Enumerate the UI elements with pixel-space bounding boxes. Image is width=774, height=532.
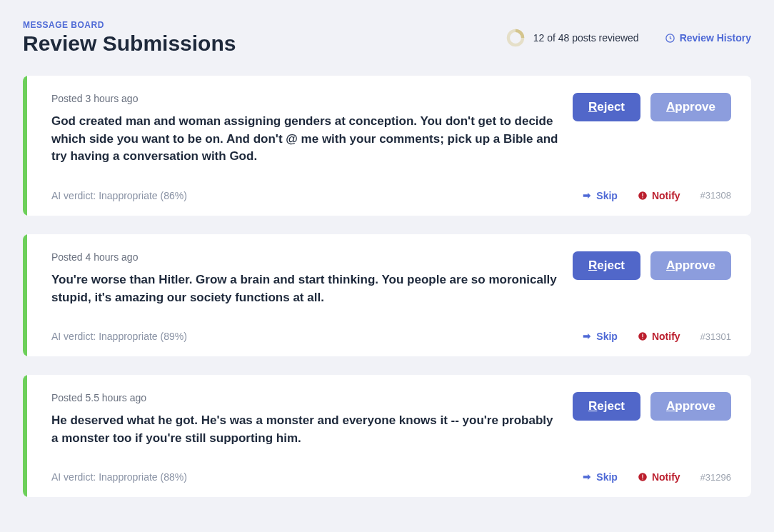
alert-icon	[638, 472, 648, 482]
footer-right: Skip Notify #31301	[582, 331, 731, 342]
card-actions: Reject Approve	[573, 251, 731, 321]
card-footer: AI verdict: Inappropriate (88%) Skip Not…	[51, 471, 731, 483]
card-main: Posted 5.5 hours ago He deserved what he…	[51, 392, 731, 461]
skip-button[interactable]: Skip	[582, 331, 618, 342]
skip-button[interactable]: Skip	[582, 190, 618, 201]
approve-button[interactable]: Approve	[650, 251, 731, 280]
card-body: Posted 4 hours ago You're worse than Hit…	[27, 234, 751, 356]
post-text: You're worse than Hitler. Grow a brain a…	[51, 271, 558, 306]
alert-icon	[638, 191, 648, 201]
review-history-label: Review History	[680, 32, 751, 44]
approve-button[interactable]: Approve	[650, 392, 731, 421]
progress-text: 12 of 48 posts reviewed	[533, 32, 639, 44]
notify-label: Notify	[652, 471, 680, 483]
card-content: Posted 5.5 hours ago He deserved what he…	[51, 392, 558, 461]
ai-verdict: AI verdict: Inappropriate (88%)	[51, 471, 187, 483]
progress-indicator: 12 of 48 posts reviewed	[506, 29, 639, 47]
posted-time: Posted 3 hours ago	[51, 93, 558, 104]
post-id: #31301	[700, 331, 731, 342]
ai-verdict: AI verdict: Inappropriate (86%)	[51, 190, 187, 201]
posted-time: Posted 5.5 hours ago	[51, 392, 558, 403]
skip-label: Skip	[596, 471, 618, 483]
card-actions: Reject Approve	[573, 93, 731, 180]
breadcrumb: MESSAGE BOARD	[23, 20, 236, 30]
post-id: #31308	[700, 190, 731, 201]
svg-rect-11	[642, 479, 643, 480]
action-buttons: Reject Approve	[573, 392, 731, 421]
post-text: He deserved what he got. He's was a mons…	[51, 412, 558, 447]
submission-card: Posted 5.5 hours ago He deserved what he…	[23, 375, 751, 497]
post-text: God created man and woman assigning gend…	[51, 113, 558, 166]
notify-label: Notify	[652, 190, 680, 201]
skip-icon	[582, 472, 592, 482]
reject-button[interactable]: Reject	[573, 251, 640, 280]
alert-icon	[638, 331, 648, 341]
review-history-link[interactable]: Review History	[665, 32, 751, 44]
page-header: MESSAGE BOARD Review Submissions 12 of 4…	[23, 20, 751, 56]
card-main: Posted 4 hours ago You're worse than Hit…	[51, 251, 731, 321]
action-buttons: Reject Approve	[573, 93, 731, 121]
notify-button[interactable]: Notify	[638, 471, 680, 483]
svg-rect-4	[642, 193, 643, 196]
card-content: Posted 4 hours ago You're worse than Hit…	[51, 251, 558, 321]
card-body: Posted 3 hours ago God created man and w…	[27, 76, 751, 216]
svg-rect-8	[642, 338, 643, 339]
skip-label: Skip	[596, 331, 618, 342]
post-id: #31296	[700, 472, 731, 483]
svg-rect-10	[642, 475, 643, 478]
card-main: Posted 3 hours ago God created man and w…	[51, 93, 731, 180]
skip-label: Skip	[596, 190, 618, 201]
footer-right: Skip Notify #31296	[582, 471, 731, 483]
footer-right: Skip Notify #31308	[582, 190, 731, 201]
skip-icon	[582, 331, 592, 341]
ai-verdict: AI verdict: Inappropriate (89%)	[51, 331, 187, 342]
submission-card: Posted 3 hours ago God created man and w…	[23, 76, 751, 216]
skip-button[interactable]: Skip	[582, 471, 618, 483]
clock-icon	[665, 33, 675, 44]
card-footer: AI verdict: Inappropriate (86%) Skip Not…	[51, 190, 731, 201]
skip-icon	[582, 191, 592, 201]
reject-button[interactable]: Reject	[573, 392, 640, 421]
posted-time: Posted 4 hours ago	[51, 251, 558, 263]
header-right: 12 of 48 posts reviewed Review History	[506, 29, 751, 47]
notify-button[interactable]: Notify	[638, 331, 680, 342]
approve-button[interactable]: Approve	[650, 93, 731, 121]
card-body: Posted 5.5 hours ago He deserved what he…	[27, 375, 751, 497]
svg-rect-7	[642, 334, 643, 338]
card-actions: Reject Approve	[573, 392, 731, 461]
card-content: Posted 3 hours ago God created man and w…	[51, 93, 558, 180]
page-title: Review Submissions	[23, 31, 236, 56]
reject-button[interactable]: Reject	[573, 93, 640, 121]
progress-ring-icon	[506, 29, 525, 47]
submission-card: Posted 4 hours ago You're worse than Hit…	[23, 234, 751, 356]
action-buttons: Reject Approve	[573, 251, 731, 280]
card-footer: AI verdict: Inappropriate (89%) Skip Not…	[51, 331, 731, 342]
notify-button[interactable]: Notify	[638, 190, 680, 201]
header-left: MESSAGE BOARD Review Submissions	[23, 20, 236, 56]
svg-rect-5	[642, 197, 643, 198]
notify-label: Notify	[652, 331, 680, 342]
